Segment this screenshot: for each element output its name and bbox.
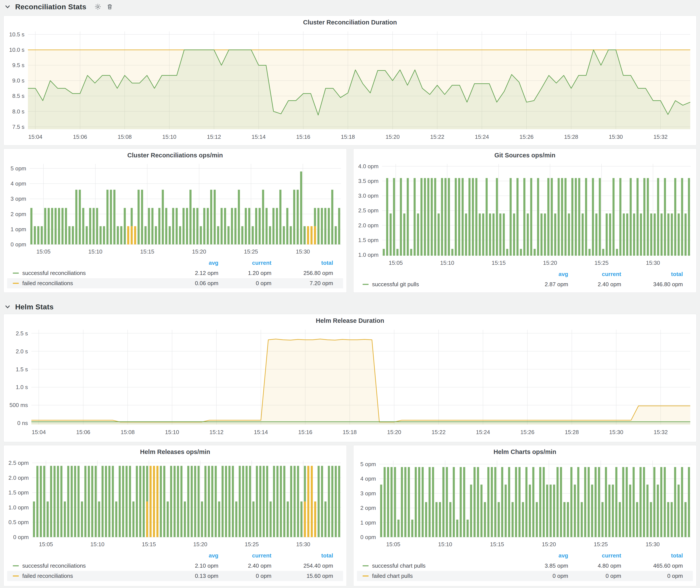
svg-text:15:25: 15:25: [245, 541, 259, 548]
legend-sort-avg[interactable]: avg: [164, 260, 218, 266]
legend-header-row: avgcurrenttotal: [7, 258, 343, 268]
section-header-reconciliation-stats[interactable]: Reconciliation Stats: [3, 0, 697, 13]
panel-helm-charts: Helm Charts ops/min 0 opm1 opm2 opm3 opm…: [353, 445, 697, 586]
svg-text:15:05: 15:05: [39, 541, 53, 548]
legend-avg-value: 3.85 opm: [514, 562, 568, 569]
svg-text:15:30: 15:30: [646, 260, 660, 266]
svg-text:1.5 s: 1.5 s: [16, 366, 28, 373]
svg-text:1 opm: 1 opm: [11, 226, 26, 233]
legend-sort-current[interactable]: current: [218, 552, 271, 559]
panel-title[interactable]: Git Sources ops/min: [357, 151, 693, 160]
legend-series-toggle[interactable]: failed chart pulls: [363, 573, 514, 579]
svg-text:2.0 s: 2.0 s: [16, 348, 28, 355]
svg-text:15:12: 15:12: [210, 429, 224, 435]
svg-text:2.5 s: 2.5 s: [16, 330, 28, 337]
series-color-dash-icon: [363, 565, 369, 566]
svg-text:10.0 s: 10.0 s: [9, 47, 24, 53]
panel-title[interactable]: Cluster Reconciliations ops/min: [7, 151, 343, 160]
legend-total-value: 7.20 opm: [271, 280, 333, 287]
legend-header-row: avgcurrenttotal: [357, 269, 693, 279]
legend-avg-value: 2.10 opm: [164, 562, 218, 569]
legend-sort-avg[interactable]: avg: [164, 552, 218, 559]
legend-sort-current[interactable]: current: [568, 552, 621, 559]
legend-helm-charts: avgcurrenttotalsuccessful chart pulls3.8…: [357, 551, 693, 581]
legend-row: failed chart pulls0 opm0 opm0 opm: [357, 571, 693, 581]
panel-title[interactable]: Helm Release Duration: [7, 316, 693, 326]
legend-sort-total[interactable]: total: [271, 552, 333, 559]
svg-text:2.0 opm: 2.0 opm: [8, 475, 29, 481]
legend-series-toggle[interactable]: failed reconciliations: [13, 280, 164, 287]
panel-title[interactable]: Helm Releases ops/min: [7, 447, 343, 457]
svg-text:15:30: 15:30: [296, 541, 310, 548]
legend-series-toggle[interactable]: failed reconciliations: [13, 573, 164, 579]
svg-text:15:24: 15:24: [475, 134, 489, 140]
chevron-down-icon[interactable]: [5, 4, 10, 10]
svg-text:3.5 opm: 3.5 opm: [358, 178, 379, 184]
legend-avg-value: 0 opm: [514, 573, 568, 579]
legend-row: failed reconciliations0.06 opm0 opm7.20 …: [7, 278, 343, 288]
panel-git-sources: Git Sources ops/min 1.0 opm1.5 opm2.0 op…: [353, 149, 697, 293]
legend-helm-releases: avgcurrenttotalsuccessful reconciliation…: [7, 551, 343, 581]
cluster-reconciliation-duration-chart[interactable]: 7.5 s8.0 s8.5 s9.0 s9.5 s10.0 s10.5 s15:…: [7, 27, 693, 142]
section-title: Reconciliation Stats: [15, 3, 86, 11]
svg-text:15:10: 15:10: [438, 541, 452, 548]
chevron-down-icon[interactable]: [5, 304, 10, 310]
legend-row: failed reconciliations0.13 opm0 opm15.60…: [7, 571, 343, 581]
legend-series-toggle[interactable]: successful git pulls: [363, 281, 514, 288]
panel-title[interactable]: Helm Charts ops/min: [357, 447, 693, 457]
svg-text:15:25: 15:25: [594, 260, 608, 266]
legend-sort-current[interactable]: current: [218, 260, 271, 266]
helm-release-duration-chart[interactable]: 0 ns500 ms1.0 s1.5 s2.0 s2.5 s15:0415:06…: [7, 326, 693, 438]
svg-text:15:15: 15:15: [140, 248, 154, 255]
svg-text:8.0 s: 8.0 s: [12, 108, 24, 115]
legend-current-value: 0 opm: [218, 280, 271, 287]
legend-series-toggle[interactable]: successful reconciliations: [13, 270, 164, 276]
section-header-helm-stats[interactable]: Helm Stats: [3, 302, 697, 312]
legend-total-value: 465.60 opm: [621, 562, 683, 569]
svg-text:15:15: 15:15: [142, 541, 156, 548]
cluster-reconciliations-chart[interactable]: 0 opm1 opm2 opm3 opm4 opm5 opm15:0515:10…: [7, 160, 343, 257]
svg-text:9.5 s: 9.5 s: [12, 62, 24, 68]
helm-charts-chart[interactable]: 0 opm1 opm2 opm3 opm4 opm5 opm15:0515:10…: [357, 457, 693, 550]
svg-text:0 opm: 0 opm: [11, 241, 26, 248]
svg-text:15:25: 15:25: [244, 248, 258, 255]
svg-text:15:15: 15:15: [492, 260, 506, 266]
legend-sort-total[interactable]: total: [621, 552, 683, 559]
svg-text:1.0 opm: 1.0 opm: [8, 504, 29, 511]
legend-total-value: 256.80 opm: [271, 270, 333, 276]
svg-text:15:20: 15:20: [193, 541, 207, 548]
legend-sort-current[interactable]: current: [568, 271, 621, 278]
legend-sort-total[interactable]: total: [621, 271, 683, 278]
legend-current-value: 2.40 opm: [218, 562, 271, 569]
series-color-dash-icon: [13, 565, 19, 566]
legend-series-toggle[interactable]: successful reconciliations: [13, 562, 164, 569]
legend-avg-value: 0.13 opm: [164, 573, 218, 579]
helm-releases-chart[interactable]: 0 opm0.5 opm1.0 opm1.5 opm2.0 opm2.5 opm…: [7, 457, 343, 550]
legend-sort-total[interactable]: total: [271, 260, 333, 266]
svg-text:3.0 opm: 3.0 opm: [358, 192, 379, 199]
svg-text:2.0 opm: 2.0 opm: [358, 222, 379, 229]
trash-icon[interactable]: [106, 3, 113, 10]
legend-sort-avg[interactable]: avg: [514, 271, 568, 278]
svg-text:15:18: 15:18: [341, 134, 355, 140]
svg-text:15:20: 15:20: [385, 134, 400, 140]
panel-cluster-reconciliation-duration: Cluster Reconciliation Duration 7.5 s8.0…: [3, 16, 697, 145]
legend-header-row: avgcurrenttotal: [7, 551, 343, 561]
svg-text:15:30: 15:30: [609, 429, 623, 435]
series-color-dash-icon: [13, 283, 19, 284]
panel-title[interactable]: Cluster Reconciliation Duration: [7, 18, 693, 27]
legend-current-value: 0 opm: [218, 573, 271, 579]
legend-sort-avg[interactable]: avg: [514, 552, 568, 559]
legend-series-toggle[interactable]: successful chart pulls: [363, 562, 514, 569]
svg-text:1.5 opm: 1.5 opm: [358, 237, 379, 243]
gear-icon[interactable]: [94, 3, 102, 10]
svg-text:15:32: 15:32: [654, 429, 668, 435]
svg-text:0 ns: 0 ns: [17, 420, 28, 426]
svg-text:15:26: 15:26: [519, 134, 534, 140]
svg-text:15:08: 15:08: [121, 429, 135, 435]
git-sources-chart[interactable]: 1.0 opm1.5 opm2.0 opm2.5 opm3.0 opm3.5 o…: [357, 160, 693, 268]
svg-text:2.5 opm: 2.5 opm: [358, 207, 379, 214]
svg-text:15:05: 15:05: [389, 260, 403, 266]
legend-current-value: 1.20 opm: [218, 270, 271, 276]
svg-text:15:30: 15:30: [609, 134, 623, 140]
